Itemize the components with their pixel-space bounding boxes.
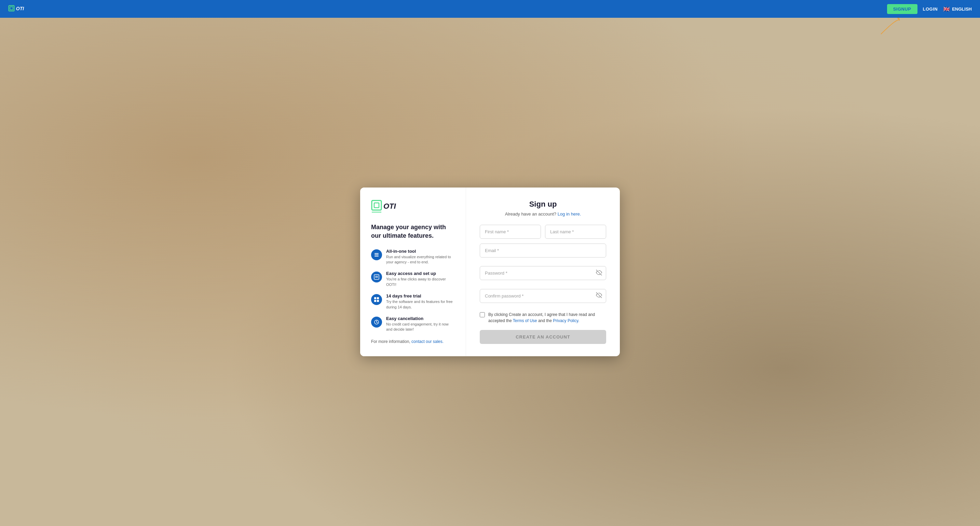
nav-language[interactable]: 🇬🇧 ENGLISH [943, 6, 972, 12]
navbar-logo: OTI [8, 2, 32, 16]
terms-checkbox[interactable] [480, 312, 485, 317]
svg-rect-1 [10, 7, 13, 10]
tagline: Manage your agency with our ultimate fea… [371, 223, 455, 240]
contact-text: For more information, [371, 339, 410, 344]
feature-title-2: Easy access and set up [386, 271, 455, 276]
svg-rect-15 [377, 297, 379, 299]
terms-row: By clicking Create an account, I agree t… [480, 311, 606, 324]
feature-item-2: Easy access and set up You're a few clic… [371, 271, 455, 287]
navbar: OTI SIGNUP LOGIN 🇬🇧 ENGLISH [0, 0, 980, 18]
feature-list: All-in-one tool Run and visualize everyt… [371, 249, 455, 332]
svg-rect-14 [374, 297, 376, 299]
feature-icon-1 [371, 249, 382, 260]
feature-text-4: Easy cancellation No credit card engagem… [386, 316, 455, 332]
feature-icon-4 [371, 316, 382, 327]
terms-label: By clicking Create an account, I agree t… [488, 311, 606, 324]
first-name-input[interactable] [480, 225, 541, 239]
feature-icon-2 [371, 272, 382, 283]
name-row [480, 225, 606, 239]
password-wrapper [480, 266, 606, 280]
svg-rect-0 [9, 5, 14, 11]
svg-rect-13 [375, 277, 378, 278]
flag-icon: 🇬🇧 [943, 6, 950, 12]
password-toggle-icon[interactable] [596, 270, 602, 277]
svg-rect-8 [374, 253, 379, 254]
confirm-password-group [480, 289, 606, 307]
svg-text:OTI: OTI [383, 202, 396, 210]
svg-rect-17 [377, 300, 379, 302]
and-text: and the [538, 318, 553, 323]
email-input[interactable] [480, 243, 606, 257]
feature-desc-3: Try the software and its features for fr… [386, 299, 455, 310]
feature-text-3: 14 days free trial Try the software and … [386, 293, 455, 310]
nav-login-button[interactable]: LOGIN [923, 6, 938, 12]
already-account-text: Already have an account? [505, 211, 556, 216]
confirm-password-input[interactable] [480, 289, 606, 303]
contact-link[interactable]: contact our sales. [411, 339, 444, 344]
privacy-link[interactable]: Privacy Policy. [553, 318, 579, 323]
already-account: Already have an account? Log in here. [480, 211, 606, 216]
terms-link[interactable]: Terms of Use [513, 318, 537, 323]
page-content: OTI Manage your agency with our ultimate… [0, 0, 980, 526]
contact-info: For more information, contact our sales. [371, 339, 455, 344]
feature-desc-1: Run and visualize everything related to … [386, 254, 455, 265]
confirm-password-wrapper [480, 289, 606, 303]
feature-title-3: 14 days free trial [386, 293, 455, 299]
svg-rect-5 [374, 203, 379, 208]
feature-item-1: All-in-one tool Run and visualize everyt… [371, 249, 455, 265]
password-input[interactable] [480, 266, 606, 280]
logo-svg: OTI [371, 200, 398, 215]
left-panel: OTI Manage your agency with our ultimate… [360, 188, 466, 356]
modal-card: OTI Manage your agency with our ultimate… [360, 188, 620, 356]
language-label: ENGLISH [952, 6, 972, 12]
last-name-input[interactable] [545, 225, 606, 239]
svg-rect-10 [374, 256, 379, 256]
feature-desc-4: No credit card engagement, try it now an… [386, 322, 455, 332]
svg-text:OTI: OTI [16, 6, 24, 11]
nav-logo-svg: OTI [8, 2, 32, 16]
navbar-right: SIGNUP LOGIN 🇬🇧 ENGLISH [887, 4, 972, 14]
feature-title-4: Easy cancellation [386, 316, 455, 321]
feature-desc-2: You're a few clicks away to discover OOT… [386, 277, 455, 287]
email-group [480, 243, 606, 261]
password-group [480, 266, 606, 284]
ooti-logo: OTI [371, 200, 455, 215]
create-account-button[interactable]: CREATE AN ACCOUNT [480, 330, 606, 344]
svg-rect-9 [374, 254, 379, 255]
feature-text-2: Easy access and set up You're a few clic… [386, 271, 455, 287]
nav-signup-button[interactable]: SIGNUP [887, 4, 918, 14]
feature-item-3: 14 days free trial Try the software and … [371, 293, 455, 310]
svg-rect-4 [372, 200, 381, 210]
signup-title: Sign up [480, 200, 606, 209]
feature-text-1: All-in-one tool Run and visualize everyt… [386, 249, 455, 265]
right-panel: Sign up Already have an account? Log in … [466, 188, 620, 356]
confirm-password-toggle-icon[interactable] [596, 292, 602, 300]
svg-rect-16 [374, 300, 376, 302]
login-link[interactable]: Log in here. [558, 211, 581, 216]
feature-title-1: All-in-one tool [386, 249, 455, 254]
feature-icon-3 [371, 294, 382, 305]
svg-rect-12 [375, 276, 378, 277]
feature-item-4: Easy cancellation No credit card engagem… [371, 316, 455, 332]
